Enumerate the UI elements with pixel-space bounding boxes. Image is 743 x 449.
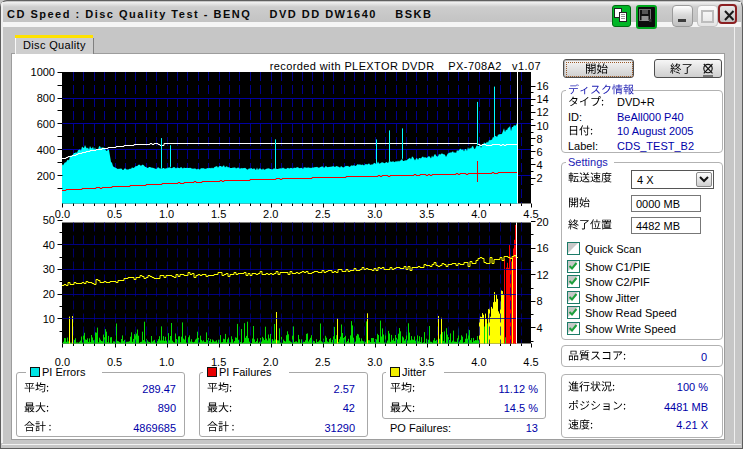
svg-text:10: 10 — [537, 120, 549, 132]
svg-text:1000: 1000 — [31, 66, 55, 78]
svg-text:4.5: 4.5 — [523, 356, 538, 368]
svg-text:4.0: 4.0 — [471, 356, 486, 368]
svg-text:0.5: 0.5 — [107, 208, 122, 220]
svg-text:14: 14 — [537, 93, 549, 105]
svg-text:16: 16 — [537, 242, 549, 254]
svg-text:16: 16 — [537, 80, 549, 92]
svg-text:2.5: 2.5 — [315, 356, 330, 368]
svg-text:4.0: 4.0 — [471, 208, 486, 220]
svg-text:40: 40 — [43, 239, 55, 251]
svg-text:0.0: 0.0 — [55, 208, 70, 220]
svg-text:0.5: 0.5 — [107, 356, 122, 368]
svg-text:recorded with PLEXTOR DVDR: recorded with PLEXTOR DVDR PX-708A2 v1.0… — [270, 60, 541, 72]
svg-text:3.0: 3.0 — [367, 208, 382, 220]
svg-text:2: 2 — [537, 172, 543, 184]
svg-text:800: 800 — [37, 92, 55, 104]
svg-text:600: 600 — [37, 118, 55, 130]
svg-text:3.5: 3.5 — [419, 208, 434, 220]
svg-text:6: 6 — [537, 146, 543, 158]
svg-text:200: 200 — [37, 170, 55, 182]
svg-text:2.0: 2.0 — [263, 208, 278, 220]
svg-text:8: 8 — [537, 133, 543, 145]
svg-text:1.0: 1.0 — [159, 356, 174, 368]
svg-text:4: 4 — [537, 322, 543, 334]
svg-text:2.5: 2.5 — [315, 208, 330, 220]
svg-text:1.5: 1.5 — [211, 208, 226, 220]
svg-text:400: 400 — [37, 144, 55, 156]
svg-text:20: 20 — [537, 216, 549, 228]
svg-text:3.0: 3.0 — [367, 356, 382, 368]
svg-text:10: 10 — [43, 313, 55, 325]
svg-text:12: 12 — [537, 106, 549, 118]
svg-text:50: 50 — [43, 214, 55, 226]
svg-text:12: 12 — [537, 269, 549, 281]
svg-text:4: 4 — [537, 159, 543, 171]
svg-text:8: 8 — [537, 295, 543, 307]
svg-text:20: 20 — [43, 288, 55, 300]
svg-text:30: 30 — [43, 263, 55, 275]
svg-text:1.0: 1.0 — [159, 208, 174, 220]
